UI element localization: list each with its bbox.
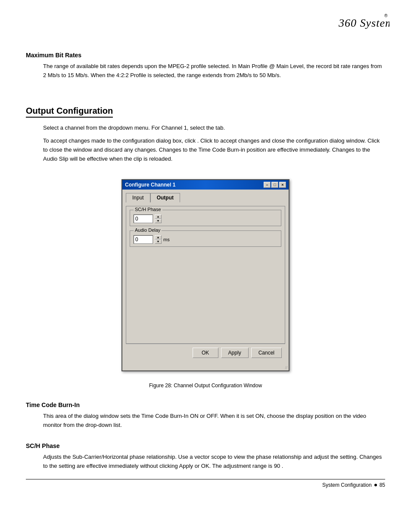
audio-delay-down[interactable]: ▼ <box>155 240 162 244</box>
audio-delay-up[interactable]: ▲ <box>155 235 162 240</box>
output-config-heading: Output Configuration <box>26 106 113 118</box>
dialog-wrapper: Configure Channel 1 – □ × Input Output <box>26 171 385 380</box>
page-container: 360 Systems ® Maximum Bit Rates The rang… <box>0 0 411 501</box>
titlebar-buttons: – □ × <box>264 182 286 188</box>
tab-output[interactable]: Output <box>150 193 180 202</box>
svg-text:®: ® <box>384 13 388 18</box>
configure-channel-dialog: Configure Channel 1 – □ × Input Output <box>121 179 290 371</box>
tab-input[interactable]: Input <box>126 193 150 202</box>
max-bit-rates-section: Maximum Bit Rates The range of available… <box>26 52 385 80</box>
dialog-footer: OK Apply Cancel <box>126 344 285 361</box>
audio-delay-group: Audio Delay ▲ ▼ ms <box>130 230 281 247</box>
audio-delay-unit: ms <box>163 237 170 242</box>
resize-handle: // <box>122 365 289 370</box>
sc-h-phase-down[interactable]: ▼ <box>155 219 162 223</box>
max-bit-rates-body: The range of available bit rates depends… <box>43 62 385 80</box>
sc-h-phase-input[interactable] <box>134 215 153 223</box>
output-config-para2: To accept changes made to the configurat… <box>43 137 385 163</box>
close-button[interactable]: × <box>279 182 286 188</box>
sc-h-phase-up[interactable]: ▲ <box>155 215 162 219</box>
sc-h-phase-spinners: ▲ ▼ <box>155 215 162 223</box>
sc-h-phase-label: SC/H Phase <box>134 207 162 212</box>
sc-h-body: Adjusts the Sub-Carrier/Horizontal phase… <box>43 453 385 471</box>
figure-caption: Figure 28: Channel Output Configuration … <box>26 383 385 389</box>
audio-delay-label: Audio Delay <box>134 227 162 233</box>
logo-area: 360 Systems ® <box>338 13 389 35</box>
time-code-body: This area of the dialog window sets the … <box>43 412 385 430</box>
page-footer: System Configuration 85 <box>26 479 385 488</box>
sc-h-section: SC/H Phase Adjusts the Sub-Carrier/Horiz… <box>26 442 385 471</box>
ok-button[interactable]: OK <box>193 348 218 358</box>
dialog-content: Input Output SC/H Phase ▲ <box>122 190 289 365</box>
cancel-button[interactable]: Cancel <box>251 348 282 358</box>
footer-bullet <box>374 484 377 486</box>
maximize-button[interactable]: □ <box>271 182 278 188</box>
footer-label: System Configuration <box>322 482 372 488</box>
audio-delay-row: ▲ ▼ ms <box>134 235 277 244</box>
tab-bar: Input Output <box>126 193 285 202</box>
logo-text: 360 Systems ® <box>338 22 389 35</box>
footer-page: 85 <box>380 482 385 488</box>
output-config-section: Output Configuration Select a channel fr… <box>26 89 385 164</box>
dialog-title: Configure Channel 1 <box>125 182 175 188</box>
logo-svg: 360 Systems ® <box>338 13 389 32</box>
audio-delay-input[interactable] <box>134 235 153 244</box>
svg-text:360 Systems: 360 Systems <box>338 17 389 29</box>
sc-h-heading: SC/H Phase <box>26 442 385 449</box>
apply-button[interactable]: Apply <box>221 348 249 358</box>
dialog-titlebar: Configure Channel 1 – □ × <box>122 180 289 190</box>
sc-h-phase-row: ▲ ▼ <box>134 215 277 223</box>
time-code-section: Time Code Burn-In This area of the dialo… <box>26 401 385 430</box>
dialog-panel: SC/H Phase ▲ ▼ Audio Delay <box>126 206 285 344</box>
sc-h-phase-group: SC/H Phase ▲ ▼ <box>130 210 281 226</box>
time-code-heading: Time Code Burn-In <box>26 401 385 408</box>
max-bit-rates-heading: Maximum Bit Rates <box>26 52 385 59</box>
audio-delay-spinners: ▲ ▼ <box>155 235 162 244</box>
footer-text: System Configuration 85 <box>322 482 385 488</box>
output-config-para1: Select a channel from the dropdown menu.… <box>43 124 385 133</box>
minimize-button[interactable]: – <box>264 182 271 188</box>
